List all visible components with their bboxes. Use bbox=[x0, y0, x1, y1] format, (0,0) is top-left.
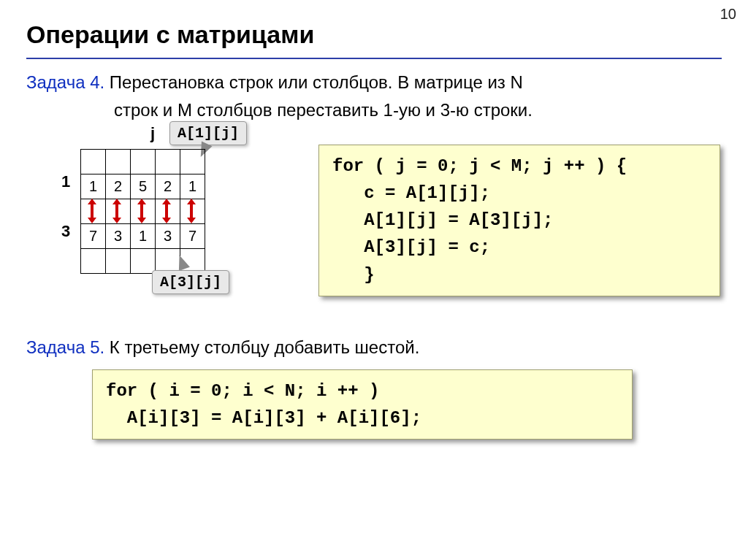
task4-figure-area: j 1 3 A[1][j] 1 2 5 2 1 7 3 1 3 7 A[3][j… bbox=[26, 127, 722, 317]
task5-label: Задача 5. bbox=[26, 337, 104, 357]
matrix-row-3: 7 3 1 3 7 bbox=[81, 223, 205, 248]
task5-text: К третьему столбцу добавить шестой. bbox=[104, 337, 419, 357]
page-number: 10 bbox=[720, 6, 736, 23]
row3-label: 3 bbox=[61, 222, 70, 241]
code-block-1: for ( j = 0; j < M; j ++ ) { c = A[1][j]… bbox=[318, 145, 720, 296]
title-underline bbox=[26, 58, 722, 59]
matrix-row-0 bbox=[81, 149, 205, 174]
page-title: Операции с матрицами bbox=[26, 20, 722, 49]
callout-a3j: A[3][j] bbox=[152, 270, 229, 294]
code-block-2: for ( i = 0; i < N; i ++ ) A[i][3] = A[i… bbox=[92, 369, 633, 440]
j-label: j bbox=[150, 124, 155, 143]
task5-line: Задача 5. К третьему столбцу добавить ше… bbox=[26, 337, 722, 358]
task4-label: Задача 4. bbox=[26, 72, 104, 92]
matrix-row-1: 1 2 5 2 1 bbox=[81, 174, 205, 199]
task4-line2: строк и M столбцов переставить 1-ую и 3-… bbox=[26, 99, 722, 122]
task4-text1: Перестановка строк или столбцов. В матри… bbox=[104, 72, 523, 92]
row1-label: 1 bbox=[61, 172, 70, 191]
task4-line1: Задача 4. Перестановка строк или столбцо… bbox=[26, 71, 722, 94]
callout-a1j: A[1][j] bbox=[169, 121, 247, 145]
